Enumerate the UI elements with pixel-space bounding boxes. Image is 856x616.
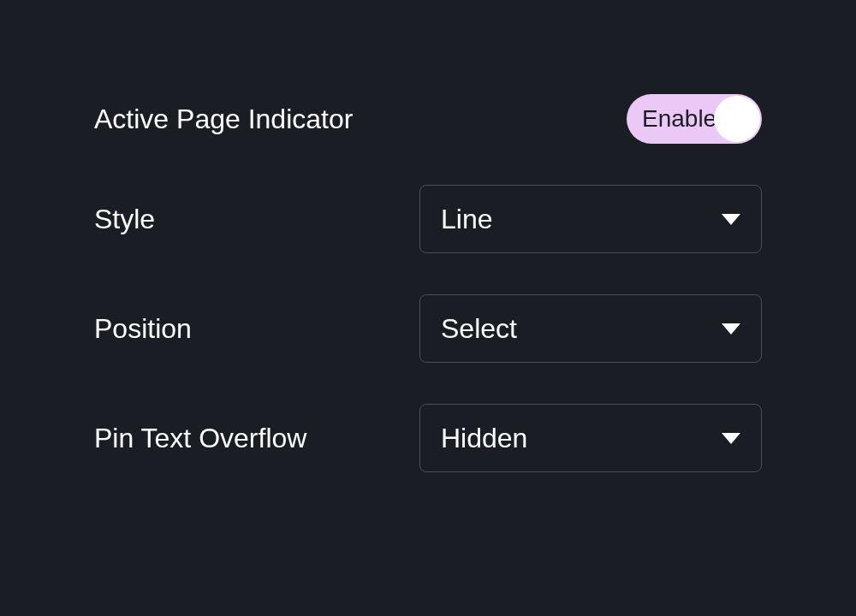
style-select[interactable]: Line xyxy=(419,185,762,253)
position-label: Position xyxy=(94,313,192,345)
style-label: Style xyxy=(94,204,155,235)
pin-text-overflow-row: Pin Text Overflow Hidden xyxy=(94,404,762,472)
toggle-knob xyxy=(714,96,760,142)
active-page-indicator-label: Active Page Indicator xyxy=(94,104,353,135)
style-row: Style Line xyxy=(94,185,762,253)
pin-text-overflow-label: Pin Text Overflow xyxy=(94,423,306,454)
chevron-down-icon xyxy=(722,433,740,444)
chevron-down-icon xyxy=(722,323,740,335)
settings-panel: Active Page Indicator Enable Style Line … xyxy=(0,0,856,524)
pin-text-overflow-select[interactable]: Hidden xyxy=(419,404,762,472)
pin-text-overflow-select-value: Hidden xyxy=(441,423,527,454)
chevron-down-icon xyxy=(722,214,740,225)
style-select-value: Line xyxy=(441,204,493,235)
position-select-value: Select xyxy=(441,313,517,345)
position-select[interactable]: Select xyxy=(419,294,762,363)
toggle-enable-label: Enable xyxy=(642,105,716,133)
position-row: Position Select xyxy=(94,294,762,363)
active-page-indicator-toggle[interactable]: Enable xyxy=(627,94,762,144)
active-page-indicator-row: Active Page Indicator Enable xyxy=(94,94,762,144)
